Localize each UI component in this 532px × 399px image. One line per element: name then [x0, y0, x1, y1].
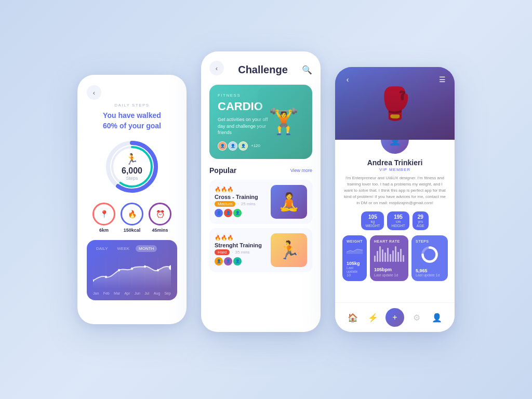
stat-calories: 🔥 150kcal: [121, 203, 143, 233]
phones-container: ‹ DAILY STEPS You have walked 60% of you…: [67, 57, 465, 342]
chart-area: [93, 257, 171, 288]
month-sep: Sep: [164, 291, 170, 295]
chart-section: DAILY WEEK MONTH: [87, 240, 177, 300]
wav-1: 👤: [215, 209, 223, 217]
workout-meta-2: Hard · 35 mins: [215, 249, 265, 255]
chart-months: Jan Feb Mar Apr Jun Jul Aug Sep: [93, 291, 171, 295]
time-2: 35 mins: [235, 250, 250, 255]
month-jan: Jan: [93, 291, 99, 295]
nav-profile[interactable]: 👤: [429, 309, 445, 326]
weight-card-val: 105kg: [347, 261, 363, 266]
profile-back-button[interactable]: ‹: [341, 73, 354, 86]
weight-card-title: WEIGHT: [347, 240, 363, 243]
stat-height: 195 cm HEIGHT: [387, 211, 409, 230]
month-jul: Jul: [144, 291, 149, 295]
distance-val: 6km: [99, 228, 109, 233]
avatar-2: 👤: [228, 141, 237, 151]
steps-donut: [416, 245, 444, 264]
hero-card[interactable]: FITNESS CARDIO Get activities on your of…: [209, 85, 312, 159]
profile-bio: I'm Enterpreneur and UI&UX designer. I'm…: [342, 175, 447, 206]
nav-settings[interactable]: ⚙: [408, 309, 425, 326]
profile-nav: 🏠 ⚡ + ⚙ 👤: [335, 302, 455, 332]
workout-thumb-1: 🧘: [271, 185, 307, 219]
profile-content: 👤 Andrea Trinkieri VIP MEMBER I'm Enterp…: [335, 140, 455, 302]
steps-card-val: 5,965: [416, 268, 444, 273]
month-feb: Feb: [103, 291, 110, 295]
time-1: 25 mins: [241, 202, 256, 206]
weight-label: WEIGHT: [365, 224, 380, 228]
stat-age: 29 yrs AGE: [413, 211, 429, 230]
workout-info-2: 🔥🔥🔥 Strenght Training Hard · 35 mins 👤 👤…: [215, 235, 265, 265]
back-button[interactable]: ‹: [87, 85, 101, 100]
svg-point-10: [169, 265, 171, 270]
heart-rate-title: HEART RATE: [374, 240, 404, 243]
challenge-header: ‹ Challenge 🔍: [209, 61, 312, 78]
age-label: AGE: [417, 224, 424, 228]
popular-header: Popular View more: [209, 166, 312, 175]
workout-avatars-1: 👤 👤 👤: [215, 209, 265, 217]
vip-badge: VIP MEMBER: [379, 167, 410, 172]
month-aug: Aug: [154, 291, 160, 295]
workout-thumb-2: 🏃: [271, 233, 307, 267]
profile-hero: 🥊 ‹ ☰: [335, 67, 455, 140]
flames-2: 🔥🔥🔥: [215, 235, 265, 241]
difficulty-1: Medium: [215, 201, 235, 207]
calories-val: 150kcal: [124, 228, 141, 233]
daily-steps-label: DAILY STEPS: [114, 103, 149, 108]
challenge-back-button[interactable]: ‹: [209, 61, 224, 75]
avatar-3: 👤: [238, 141, 248, 151]
avatar-1: 👤: [218, 141, 227, 151]
nav-add-button[interactable]: +: [385, 308, 404, 327]
workout-card-1[interactable]: 🔥🔥🔥 Cross - Training Medium · 25 mins 👤 …: [209, 180, 312, 224]
avatar: 👤: [379, 140, 410, 155]
steps-headline: You have walked 60% of your goal: [103, 111, 161, 131]
nav-activity[interactable]: ⚡: [365, 309, 381, 326]
steps-label: Steps: [122, 176, 142, 181]
distance-ring: 📍: [92, 203, 115, 225]
weight-unit: kg: [365, 220, 380, 223]
profile-name: Andrea Trinkieri: [367, 158, 423, 167]
calories-ring: 🔥: [121, 203, 143, 225]
month-jun: Jun: [135, 291, 140, 295]
difficulty-2: Hard: [215, 249, 230, 255]
wav-5: 👤: [224, 257, 232, 265]
runner-icon: 🏃: [122, 153, 142, 165]
height-val: 195: [391, 214, 405, 220]
workout-meta-1: Medium · 25 mins: [215, 201, 265, 207]
profile-menu-button[interactable]: ☰: [436, 73, 448, 86]
workout-info-1: 🔥🔥🔥 Cross - Training Medium · 25 mins 👤 …: [215, 187, 265, 217]
time-ring: ⏰: [149, 203, 171, 225]
height-unit: cm: [391, 220, 405, 223]
wav-4: 👤: [215, 257, 223, 265]
stats-pills: 105 kg WEIGHT 195 cm HEIGHT 29 yrs AGE: [342, 211, 447, 230]
steps-ring: 🏃 6,000 Steps: [103, 138, 161, 195]
view-more-link[interactable]: View more: [290, 168, 312, 173]
steps-count: 6,000: [122, 166, 142, 176]
weight-card: WEIGHT 105kg Last update 1d: [342, 235, 367, 281]
tab-daily[interactable]: DAILY: [93, 245, 111, 252]
heart-rate-card: HEART RATE 1: [370, 235, 408, 281]
nav-home[interactable]: 🏠: [344, 309, 361, 326]
phone-profile: 🥊 ‹ ☰ 👤 Andrea Trinkieri VIP MEMBER I'm …: [335, 67, 455, 332]
time-val: 45mins: [152, 228, 168, 233]
search-icon[interactable]: 🔍: [302, 65, 312, 75]
weight-val: 105: [365, 214, 380, 220]
workout-name-2: Strenght Training: [215, 242, 265, 248]
wav-3: 👤: [233, 209, 242, 217]
phone-steps: ‹ DAILY STEPS You have walked 60% of you…: [77, 75, 187, 324]
workout-name-1: Cross - Training: [215, 194, 265, 200]
profile-top-bar: ‹ ☰: [341, 73, 448, 86]
tab-week[interactable]: WEEK: [114, 245, 133, 252]
metric-cards: WEIGHT 105kg Last update 1d HEART RATE: [342, 235, 447, 281]
workout-card-2[interactable]: 🔥🔥🔥 Strenght Training Hard · 35 mins 👤 👤…: [209, 228, 312, 272]
phone-challenge: ‹ Challenge 🔍 FITNESS CARDIO Get activit…: [201, 51, 321, 332]
tab-month[interactable]: MONTH: [136, 245, 157, 252]
wav-2: 👤: [224, 209, 232, 217]
flames-1: 🔥🔥🔥: [215, 187, 265, 192]
month-apr: Apr: [124, 291, 130, 295]
cardio-figure: 🏋️: [258, 87, 310, 156]
stat-distance: 📍 6km: [92, 203, 115, 233]
steps-metric-card: STEPS 5,965 Last update 1d: [411, 235, 448, 281]
heart-rate-update: Last update 1d: [374, 273, 404, 277]
challenge-title: Challenge: [238, 64, 288, 76]
